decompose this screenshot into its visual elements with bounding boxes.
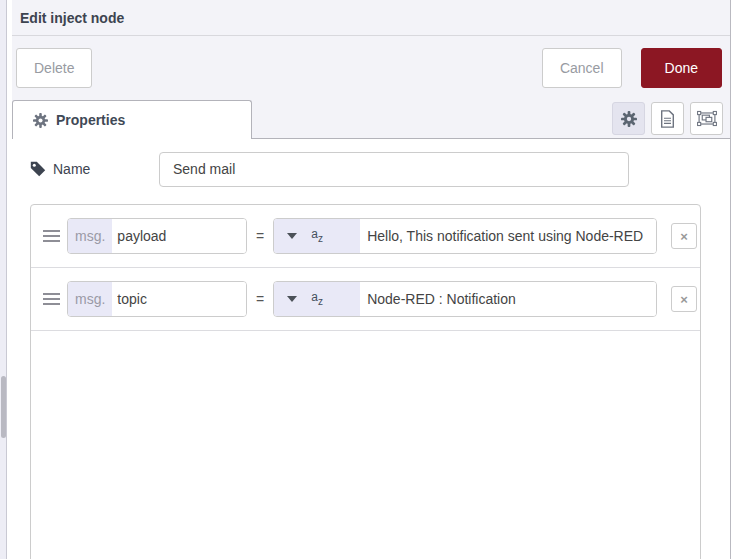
type-select-button[interactable]: az [274,219,360,253]
property-value-box: az [273,281,657,317]
equals-sign: = [256,291,264,307]
property-key-box: msg. [67,218,247,254]
cancel-button[interactable]: Cancel [542,48,622,88]
equals-sign: = [256,228,264,244]
tray-resize-grip[interactable] [1,376,6,438]
property-key-input[interactable] [112,282,246,316]
close-icon: × [680,292,688,307]
done-button[interactable]: Done [641,48,722,88]
property-value-box: az [273,218,657,254]
tab-properties[interactable]: Properties [12,100,252,139]
document-icon [660,110,675,128]
property-key-box: msg. [67,281,247,317]
string-type-icon: az [311,291,323,307]
edit-tray: Edit inject node Delete Cancel Done [12,0,731,559]
tab-icon-buttons [612,102,723,135]
remove-row-button[interactable]: × [671,286,697,312]
close-icon: × [680,229,688,244]
msg-prefix-label: msg. [68,282,112,316]
edit-inject-node-dialog: Edit inject node Delete Cancel Done [0,0,734,559]
remove-row-button[interactable]: × [671,223,697,249]
drag-handle-icon[interactable] [43,225,60,247]
name-input[interactable] [159,152,629,187]
dialog-header: Edit inject node [12,0,730,36]
drag-handle-icon[interactable] [43,288,60,310]
caret-down-icon [287,296,297,302]
properties-panel: Name msg. = az [12,139,730,559]
property-list: msg. = az × [30,204,701,559]
property-value-input[interactable] [360,282,656,316]
appearance-tab-button[interactable] [690,102,723,135]
tab-bar: Properties [12,99,730,139]
name-row: Name [30,151,730,187]
gear-icon [621,111,637,127]
property-row-topic: msg. = az × [31,268,700,331]
property-key-input[interactable] [112,219,246,253]
name-label: Name [30,161,159,177]
delete-button[interactable]: Delete [16,48,92,88]
string-type-icon: az [311,228,323,244]
property-row-payload: msg. = az × [31,205,700,268]
dialog-title: Edit inject node [20,10,124,26]
tab-properties-label: Properties [56,112,125,128]
type-select-button[interactable]: az [274,282,360,316]
msg-prefix-label: msg. [68,219,112,253]
dialog-toolbar: Delete Cancel Done [12,36,730,99]
property-value-input[interactable] [360,219,656,253]
tag-icon [30,161,46,177]
gear-icon [33,113,48,128]
caret-down-icon [287,233,297,239]
properties-tab-button[interactable] [612,102,645,135]
name-label-text: Name [53,161,90,177]
object-group-icon [697,110,717,127]
description-tab-button[interactable] [651,102,684,135]
tray-resize-bar [0,0,7,559]
